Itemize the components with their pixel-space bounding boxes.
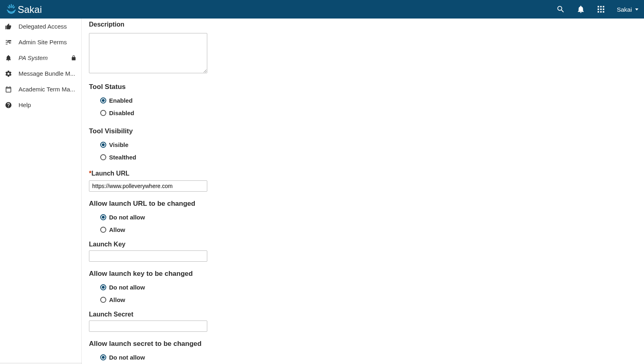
tool-status-disabled-radio[interactable] [100,110,106,116]
launch-key-group: Launch Key [89,241,637,262]
launch-url-label-text: Launch URL [91,170,129,177]
sidebar-item-pa-system[interactable]: PA System [0,50,81,66]
sakai-logo-icon: Sakai [6,2,58,17]
sidebar-shadow [0,362,82,364]
sidebar-item-label: Message Bundle M... [19,70,76,77]
user-menu[interactable]: Sakai [617,6,638,13]
user-menu-label: Sakai [617,6,632,13]
launch-secret-label: Launch Secret [89,311,637,318]
description-group: Description [89,21,637,75]
svg-rect-6 [598,6,599,8]
allow-launch-secret-deny-row[interactable]: Do not allow [89,351,637,364]
lock-icon [71,55,76,61]
allow-launch-key-allow-radio[interactable] [100,297,106,303]
bell-icon [5,54,12,62]
apps-icon[interactable] [597,5,605,14]
launch-url-label: *Launch URL [89,170,129,177]
svg-rect-9 [598,8,599,10]
thumbs-up-icon [5,23,12,30]
description-field[interactable] [89,33,207,73]
launch-secret-group: Launch Secret [89,311,637,332]
sidebar-item-help[interactable]: Help [0,97,81,113]
launch-key-label: Launch Key [89,241,637,248]
sidebar-item-admin-site-perms[interactable]: Admin Site Perms [0,34,81,50]
svg-rect-8 [603,6,605,8]
chevron-down-icon [635,8,638,10]
launch-secret-field[interactable] [89,321,207,332]
allow-launch-url-label: Allow launch URL to be changed [89,200,637,208]
tool-status-disabled-row[interactable]: Disabled [89,107,637,119]
help-icon [5,101,12,109]
search-icon[interactable] [556,5,565,14]
description-label: Description [89,21,637,28]
sidebar-item-message-bundle[interactable]: Message Bundle M... [0,66,81,81]
allow-launch-key-label: Allow launch key to be changed [89,270,637,278]
allow-launch-secret-label: Allow launch secret to be changed [89,340,637,348]
calendar-icon [5,86,12,93]
tool-status-enabled-row[interactable]: Enabled [89,94,637,107]
sliders-icon [5,39,12,46]
allow-launch-key-allow-row[interactable]: Allow [89,294,637,306]
allow-launch-key-deny-row[interactable]: Do not allow [89,281,637,294]
gear-icon [5,70,12,77]
svg-rect-7 [601,6,602,8]
sidebar-item-delegated-access[interactable]: Delegated Access [0,19,81,34]
launch-url-group: *Launch URL [89,170,637,192]
allow-launch-url-deny-row[interactable]: Do not allow [89,211,637,223]
launch-url-field[interactable] [89,180,207,192]
allow-launch-url-allow-row[interactable]: Allow [89,223,637,236]
tool-visibility-label: Tool Visibility [89,127,637,135]
tool-visibility-stealthed-label: Stealthed [109,154,136,161]
sidebar: Delegated Access Admin Site Perms PA Sys… [0,19,82,364]
main-content: Description Tool Status Enabled Disabled… [82,19,644,364]
sidebar-item-label: Delegated Access [19,23,76,30]
allow-launch-url-allow-label: Allow [109,226,125,233]
launch-key-field[interactable] [89,250,207,262]
tool-visibility-visible-label: Visible [109,141,128,148]
topbar: Sakai Sakai [0,0,644,19]
notifications-icon[interactable] [576,5,585,14]
sidebar-item-label: Help [19,101,76,108]
svg-rect-13 [601,11,602,13]
sidebar-item-academic-term[interactable]: Academic Term Ma... [0,81,81,97]
svg-text:Sakai: Sakai [18,4,42,15]
tool-status-enabled-radio[interactable] [100,97,106,103]
tool-visibility-stealthed-radio[interactable] [100,154,106,160]
sidebar-item-label: PA System [19,54,64,61]
topbar-right: Sakai [556,5,638,14]
tool-status-enabled-label: Enabled [109,97,132,104]
tool-status-label: Tool Status [89,83,637,91]
allow-launch-url-allow-radio[interactable] [100,227,106,233]
allow-launch-url-deny-radio[interactable] [100,214,106,220]
tool-visibility-visible-radio[interactable] [100,142,106,148]
tool-visibility-visible-row[interactable]: Visible [89,139,637,151]
svg-rect-12 [598,11,599,13]
allow-launch-secret-deny-radio[interactable] [100,354,106,360]
svg-line-2 [12,5,13,7]
allow-launch-key-allow-label: Allow [109,296,125,303]
allow-launch-url-deny-label: Do not allow [109,214,145,221]
tool-status-disabled-label: Disabled [109,110,134,116]
svg-line-1 [9,5,10,7]
svg-rect-14 [603,11,605,13]
allow-launch-secret-deny-label: Do not allow [109,354,145,361]
svg-line-4 [13,7,14,8]
allow-launch-key-deny-radio[interactable] [100,284,106,290]
svg-line-3 [8,7,9,8]
svg-rect-10 [601,8,602,10]
svg-rect-11 [603,8,605,10]
brand-logo[interactable]: Sakai [6,2,58,17]
tool-visibility-stealthed-row[interactable]: Stealthed [89,151,637,163]
sidebar-item-label: Academic Term Ma... [19,86,76,93]
allow-launch-key-deny-label: Do not allow [109,284,145,291]
sidebar-item-label: Admin Site Perms [19,39,76,46]
